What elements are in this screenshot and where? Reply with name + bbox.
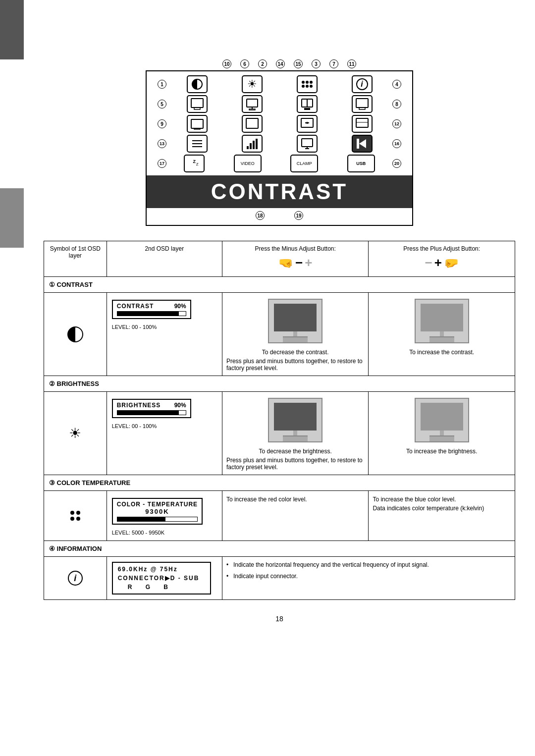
section-1-note: Press plus and minus buttons together, t… xyxy=(226,358,365,372)
section-4-row: ④ INFORMATION xyxy=(44,541,515,557)
num-2: 2 xyxy=(258,59,267,68)
btn-13b xyxy=(242,135,263,153)
row4-right-num: 16 xyxy=(392,139,404,148)
section-1-symbol-cell xyxy=(44,293,107,376)
btn-9d xyxy=(352,115,373,133)
row2-cells xyxy=(169,95,389,113)
bullet-2: Indicate input connector. xyxy=(226,572,511,581)
btn-13a xyxy=(187,135,208,153)
section-1-minus-cell: To decrease the contrast. Press plus and… xyxy=(222,293,369,376)
btn-17d: USB xyxy=(347,155,375,172)
svg-rect-1 xyxy=(194,108,200,109)
header-col4: Press the Plus Adjust Button: − + 🤛 xyxy=(369,241,515,277)
num-3: 3 xyxy=(312,59,321,68)
num-14: 14 xyxy=(276,59,285,68)
bullet-1: Indicate the horizontal frequency and th… xyxy=(226,561,511,569)
monitor-stand-1b xyxy=(440,331,444,336)
monitor-stand-2 xyxy=(293,431,297,435)
svg-rect-20 xyxy=(247,146,249,149)
sidebar-top xyxy=(0,0,24,59)
section-2-title: ② BRIGHTNESS xyxy=(49,380,99,387)
section-2-osd-bar-fill xyxy=(117,411,179,415)
color-temp-dots-icon xyxy=(70,511,80,521)
section-1-minus-monitor xyxy=(266,297,324,347)
contrast-half-circle xyxy=(67,326,83,342)
monitor-dark-1 xyxy=(268,299,322,343)
section-3-osd-bar xyxy=(117,517,198,522)
section-1-osd-bar-fill xyxy=(117,312,179,316)
minus-symbol-col4: − xyxy=(425,255,432,270)
table-header-row: Symbol of 1st OSD layer 2nd OSD layer Pr… xyxy=(44,241,515,277)
minus-symbol: − xyxy=(295,255,303,270)
brightness-icon-btn: ☀ xyxy=(242,75,263,93)
section-3-minus-caption: To increase the red color level. xyxy=(226,496,307,503)
row3-cells xyxy=(169,115,389,133)
btn-5d xyxy=(352,95,373,113)
diagram-box: 1 ☀ xyxy=(146,70,413,226)
section-2-osd-title: BRIGHTNESS xyxy=(117,402,161,409)
section-2-minus-caption: To decrease the brightness. xyxy=(226,448,365,455)
btn-17a: ZZ xyxy=(184,155,205,172)
page-container: 10 6 2 14 15 3 7 11 1 xyxy=(0,0,535,756)
svg-rect-8 xyxy=(359,108,365,109)
plus-symbol: + xyxy=(434,255,442,270)
brightness-sun-icon: ☀ xyxy=(69,426,81,441)
diagram-wrapper: 10 6 2 14 15 3 7 11 1 xyxy=(146,59,413,226)
plus-adjust-buttons: − + 🤛 xyxy=(374,255,510,270)
section-3-content-row: COLOR - TEMPERATURE 9300K LEVEL: 5000 - … xyxy=(44,491,515,541)
monitor-bright-1 xyxy=(415,299,469,343)
section-4-content-row: i 69.0KHz @ 75Hz CONNECTOR▶D - SUB R G B… xyxy=(44,557,515,600)
row2-left-num: 5 xyxy=(155,100,166,108)
diagram-row-4: 13 xyxy=(147,134,412,154)
section-2-plus-caption: To increase the brightness. xyxy=(373,448,511,455)
num-7: 7 xyxy=(329,59,338,68)
row5-right-num: 20 xyxy=(392,159,404,168)
btn-5a xyxy=(187,95,208,113)
section-4-bullets: Indicate the horizontal frequency and th… xyxy=(226,561,511,581)
main-table: Symbol of 1st OSD layer 2nd OSD layer Pr… xyxy=(44,241,515,600)
section-2-symbol-cell: ☀ xyxy=(44,392,107,475)
section-4-header: ④ INFORMATION xyxy=(44,541,515,557)
btn-9b xyxy=(242,115,263,133)
minus-adjust-buttons: 🤜 − + xyxy=(227,255,364,270)
section-3-osd-bar-fill xyxy=(117,517,165,521)
section-1-plus-cell: To increase the contrast. xyxy=(369,293,515,376)
section-4-connector: CONNECTOR▶D - SUB xyxy=(118,575,205,582)
section-1-osd-bar xyxy=(117,311,186,316)
btn-13c xyxy=(297,135,318,153)
main-content: 10 6 2 14 15 3 7 11 1 xyxy=(24,0,535,652)
btn-13d xyxy=(352,135,373,153)
svg-rect-6 xyxy=(304,108,310,110)
section-4-desc-cell: Indicate the horizontal frequency and th… xyxy=(222,557,515,600)
header-col1: Symbol of 1st OSD layer xyxy=(44,241,107,277)
section-3-osd-display: COLOR - TEMPERATURE 9300K xyxy=(112,498,203,525)
section-3-row: ③ COLOR TEMPERATURE xyxy=(44,475,515,491)
row1-right-num: 4 xyxy=(392,80,404,89)
hand-left-icon: 🤜 xyxy=(278,256,293,270)
section-2-header: ② BRIGHTNESS xyxy=(44,376,515,392)
header-col2-text: 2nd OSD layer xyxy=(145,245,184,252)
num-15: 15 xyxy=(294,59,303,68)
section-1-plus-monitor xyxy=(413,297,471,347)
svg-rect-7 xyxy=(356,99,368,108)
header-col3: Press the Minus Adjust Button: 🤜 − + xyxy=(222,241,369,277)
monitor-base-1b xyxy=(429,336,454,342)
monitor-stand-2b xyxy=(440,431,444,435)
section-2-plus-cell: To increase the brightness. xyxy=(369,392,515,475)
btn-9c xyxy=(297,115,318,133)
sidebar-mid xyxy=(0,188,24,248)
diagram-row-1: 1 ☀ xyxy=(147,71,412,94)
row4-cells xyxy=(169,135,389,153)
svg-rect-0 xyxy=(191,99,203,108)
section-2-content-row: ☀ BRIGHTNESS 90% LEVEL: 00 - 100% xyxy=(44,392,515,475)
svg-rect-11 xyxy=(246,118,258,128)
diagram-row-3: 9 xyxy=(147,114,412,134)
section-3-level: LEVEL: 5000 - 9950K xyxy=(112,530,217,536)
section-2-minus-cell: To decrease the brightness. Press plus a… xyxy=(222,392,369,475)
section-4-title: ④ INFORMATION xyxy=(49,545,102,552)
btn-5c xyxy=(297,95,318,113)
monitor-stand-1 xyxy=(293,331,297,336)
section-3-note: Data indicates color temperature (k:kelv… xyxy=(373,505,484,512)
contrast-banner: CONTRAST xyxy=(147,175,412,208)
section-3-plus-cell: To increase the blue color level. Data i… xyxy=(369,491,515,541)
